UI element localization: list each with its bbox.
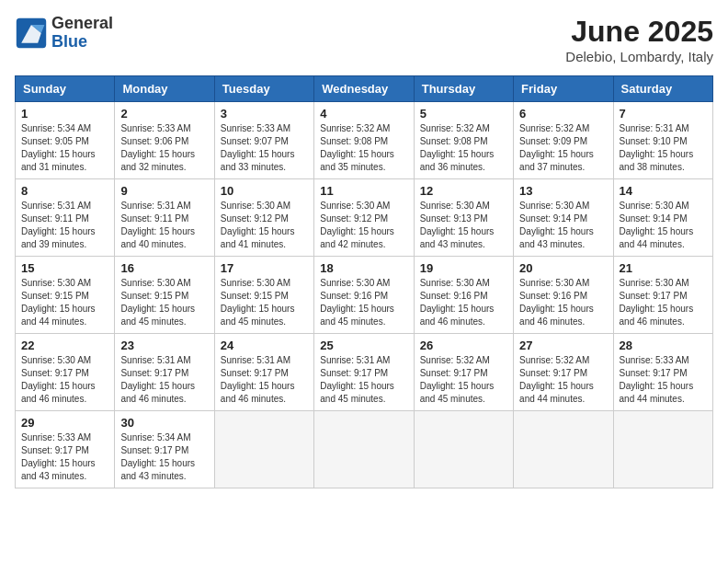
table-row: 17Sunrise: 5:30 AMSunset: 9:15 PMDayligh… (214, 257, 313, 334)
day-info: Sunrise: 5:33 AMSunset: 9:07 PMDaylight:… (221, 122, 308, 174)
table-row: 29Sunrise: 5:33 AMSunset: 9:17 PMDayligh… (16, 411, 115, 488)
day-info: Sunrise: 5:30 AMSunset: 9:12 PMDaylight:… (320, 200, 407, 251)
table-row: 28Sunrise: 5:33 AMSunset: 9:17 PMDayligh… (613, 334, 712, 411)
day-number: 1 (21, 107, 108, 121)
calendar-row: 22Sunrise: 5:30 AMSunset: 9:17 PMDayligh… (16, 334, 713, 411)
day-number: 7 (620, 107, 707, 121)
table-row: 25Sunrise: 5:31 AMSunset: 9:17 PMDayligh… (314, 334, 414, 411)
header-tuesday: Tuesday (214, 76, 313, 102)
table-row: 18Sunrise: 5:30 AMSunset: 9:16 PMDayligh… (314, 257, 414, 334)
day-number: 25 (320, 339, 407, 352)
day-number: 14 (620, 184, 707, 198)
day-number: 4 (320, 107, 407, 121)
day-info: Sunrise: 5:34 AMSunset: 9:05 PMDaylight:… (21, 122, 108, 174)
header-thursday: Thursday (414, 76, 513, 102)
table-row (314, 411, 414, 488)
day-number: 30 (120, 416, 208, 430)
day-number: 22 (21, 339, 108, 352)
table-row: 9Sunrise: 5:31 AMSunset: 9:11 PMDaylight… (115, 179, 214, 257)
table-row: 7Sunrise: 5:31 AMSunset: 9:10 PMDaylight… (613, 102, 712, 179)
day-info: Sunrise: 5:31 AMSunset: 9:11 PMDaylight:… (120, 200, 208, 251)
day-info: Sunrise: 5:30 AMSunset: 9:15 PMDaylight:… (21, 277, 108, 328)
day-info: Sunrise: 5:33 AMSunset: 9:17 PMDaylight:… (21, 431, 108, 483)
table-row: 23Sunrise: 5:31 AMSunset: 9:17 PMDayligh… (115, 334, 214, 411)
page-header: General Blue June 2025 Delebio, Lombardy… (15, 15, 713, 64)
day-number: 17 (221, 261, 308, 275)
location-text: Delebio, Lombardy, Italy (565, 49, 713, 64)
day-number: 18 (320, 261, 407, 275)
table-row (613, 411, 712, 488)
title-block: June 2025 Delebio, Lombardy, Italy (565, 15, 713, 64)
table-row: 1Sunrise: 5:34 AMSunset: 9:05 PMDaylight… (16, 102, 115, 179)
table-row (214, 411, 313, 488)
day-info: Sunrise: 5:30 AMSunset: 9:13 PMDaylight:… (420, 200, 507, 251)
table-row: 22Sunrise: 5:30 AMSunset: 9:17 PMDayligh… (16, 334, 115, 411)
table-row (514, 411, 613, 488)
day-info: Sunrise: 5:30 AMSunset: 9:15 PMDaylight:… (221, 277, 308, 328)
day-number: 20 (519, 261, 607, 275)
header-wednesday: Wednesday (314, 76, 414, 102)
day-number: 3 (221, 107, 308, 121)
calendar-row: 1Sunrise: 5:34 AMSunset: 9:05 PMDaylight… (16, 102, 713, 179)
table-row: 27Sunrise: 5:32 AMSunset: 9:17 PMDayligh… (514, 334, 613, 411)
header-friday: Friday (514, 76, 613, 102)
day-info: Sunrise: 5:31 AMSunset: 9:11 PMDaylight:… (21, 200, 108, 251)
table-row: 13Sunrise: 5:30 AMSunset: 9:14 PMDayligh… (514, 179, 613, 257)
table-row (414, 411, 513, 488)
table-row: 14Sunrise: 5:30 AMSunset: 9:14 PMDayligh… (613, 179, 712, 257)
day-number: 9 (120, 184, 208, 198)
table-row: 16Sunrise: 5:30 AMSunset: 9:15 PMDayligh… (115, 257, 214, 334)
header-monday: Monday (115, 76, 214, 102)
day-info: Sunrise: 5:34 AMSunset: 9:17 PMDaylight:… (120, 431, 208, 483)
table-row: 2Sunrise: 5:33 AMSunset: 9:06 PMDaylight… (115, 102, 214, 179)
table-row: 24Sunrise: 5:31 AMSunset: 9:17 PMDayligh… (214, 334, 313, 411)
day-number: 19 (420, 261, 507, 275)
day-number: 2 (120, 107, 208, 121)
day-info: Sunrise: 5:30 AMSunset: 9:16 PMDaylight:… (519, 277, 607, 328)
day-info: Sunrise: 5:32 AMSunset: 9:08 PMDaylight:… (420, 122, 507, 174)
day-number: 6 (519, 107, 607, 121)
logo-icon (15, 17, 48, 50)
day-info: Sunrise: 5:32 AMSunset: 9:17 PMDaylight:… (519, 354, 607, 406)
day-number: 15 (21, 261, 108, 275)
day-number: 29 (21, 416, 108, 430)
day-info: Sunrise: 5:30 AMSunset: 9:14 PMDaylight:… (519, 200, 607, 251)
day-info: Sunrise: 5:30 AMSunset: 9:15 PMDaylight:… (120, 277, 208, 328)
day-number: 24 (221, 339, 308, 352)
day-info: Sunrise: 5:33 AMSunset: 9:06 PMDaylight:… (120, 122, 208, 174)
day-number: 12 (420, 184, 507, 198)
day-number: 26 (420, 339, 507, 352)
table-row: 21Sunrise: 5:30 AMSunset: 9:17 PMDayligh… (613, 257, 712, 334)
day-info: Sunrise: 5:31 AMSunset: 9:17 PMDaylight:… (120, 354, 208, 406)
table-row: 8Sunrise: 5:31 AMSunset: 9:11 PMDaylight… (16, 179, 115, 257)
table-row: 26Sunrise: 5:32 AMSunset: 9:17 PMDayligh… (414, 334, 513, 411)
day-number: 8 (21, 184, 108, 198)
day-info: Sunrise: 5:31 AMSunset: 9:17 PMDaylight:… (221, 354, 308, 406)
day-info: Sunrise: 5:30 AMSunset: 9:16 PMDaylight:… (420, 277, 507, 328)
day-info: Sunrise: 5:31 AMSunset: 9:17 PMDaylight:… (320, 354, 407, 406)
table-row: 19Sunrise: 5:30 AMSunset: 9:16 PMDayligh… (414, 257, 513, 334)
table-row: 20Sunrise: 5:30 AMSunset: 9:16 PMDayligh… (514, 257, 613, 334)
day-info: Sunrise: 5:32 AMSunset: 9:09 PMDaylight:… (519, 122, 607, 174)
day-number: 27 (519, 339, 607, 352)
logo-blue-text: Blue (51, 32, 87, 51)
day-info: Sunrise: 5:31 AMSunset: 9:10 PMDaylight:… (620, 122, 707, 174)
logo-general-text: General (51, 14, 113, 32)
table-row: 12Sunrise: 5:30 AMSunset: 9:13 PMDayligh… (414, 179, 513, 257)
day-number: 16 (120, 261, 208, 275)
header-saturday: Saturday (613, 76, 712, 102)
day-info: Sunrise: 5:33 AMSunset: 9:17 PMDaylight:… (620, 354, 707, 406)
calendar-row: 8Sunrise: 5:31 AMSunset: 9:11 PMDaylight… (16, 179, 713, 257)
logo: General Blue (15, 15, 113, 52)
table-row: 15Sunrise: 5:30 AMSunset: 9:15 PMDayligh… (16, 257, 115, 334)
table-row: 3Sunrise: 5:33 AMSunset: 9:07 PMDaylight… (214, 102, 313, 179)
day-info: Sunrise: 5:30 AMSunset: 9:14 PMDaylight:… (620, 200, 707, 251)
day-info: Sunrise: 5:30 AMSunset: 9:17 PMDaylight:… (620, 277, 707, 328)
day-number: 5 (420, 107, 507, 121)
calendar-row: 15Sunrise: 5:30 AMSunset: 9:15 PMDayligh… (16, 257, 713, 334)
day-info: Sunrise: 5:32 AMSunset: 9:17 PMDaylight:… (420, 354, 507, 406)
table-row: 5Sunrise: 5:32 AMSunset: 9:08 PMDaylight… (414, 102, 513, 179)
day-number: 11 (320, 184, 407, 198)
days-header-row: Sunday Monday Tuesday Wednesday Thursday… (16, 76, 713, 102)
day-info: Sunrise: 5:30 AMSunset: 9:12 PMDaylight:… (221, 200, 308, 251)
